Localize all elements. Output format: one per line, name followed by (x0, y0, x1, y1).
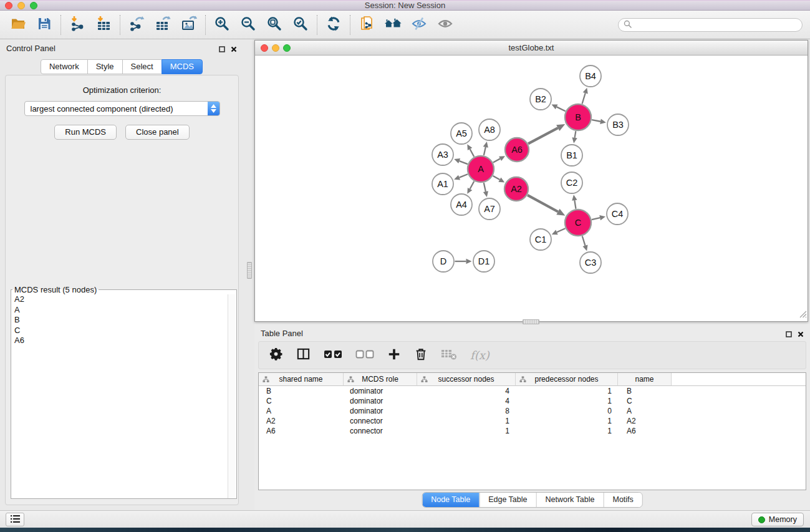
graph-node-B[interactable]: B (565, 104, 591, 130)
first-neighbors-button[interactable] (380, 14, 406, 36)
task-history-button[interactable] (6, 513, 24, 526)
svg-text:A7: A7 (484, 204, 495, 214)
graph-node-B4[interactable]: B4 (580, 65, 601, 87)
zoom-fit-button[interactable] (261, 14, 287, 36)
zoom-in-button[interactable] (209, 14, 235, 36)
export-image-button[interactable] (176, 14, 202, 36)
table-row[interactable]: Cdominator41C (259, 396, 806, 406)
graph-node-B3[interactable]: B3 (607, 114, 629, 135)
graph-node-C4[interactable]: C4 (607, 203, 628, 225)
function-builder-button[interactable]: f(x) (470, 349, 489, 362)
network-canvas[interactable]: B4B2BB3A5A8A6B1A3AA1C2A2A4A7C4CC1C3DD1 (255, 56, 808, 322)
zoom-out-button[interactable] (235, 14, 261, 36)
table-row[interactable]: Adominator80A (259, 406, 806, 416)
graph-node-A7[interactable]: A7 (479, 198, 500, 220)
export-network-button[interactable] (123, 14, 150, 36)
svg-text:B2: B2 (535, 94, 546, 104)
zoom-selected-button[interactable] (287, 14, 314, 36)
graph-node-A5[interactable]: A5 (451, 123, 472, 144)
show-all-button[interactable] (432, 14, 458, 36)
table-settings-button[interactable] (269, 347, 283, 364)
network-document-icon (359, 16, 375, 34)
graph-node-A6[interactable]: A6 (505, 138, 529, 162)
list-item[interactable]: A (11, 305, 236, 316)
show-columns-button[interactable] (296, 347, 311, 364)
graph-node-A[interactable]: A (468, 156, 494, 182)
graph-node-A3[interactable]: A3 (432, 144, 453, 165)
select-all-button[interactable] (324, 348, 342, 363)
list-item[interactable]: A6 (11, 336, 236, 346)
graph-node-A1[interactable]: A1 (432, 173, 453, 195)
tab-style[interactable]: Style (87, 59, 123, 74)
minimize-window-button[interactable] (17, 2, 25, 9)
result-list-scrollbar[interactable] (228, 294, 236, 498)
window-titlebar: Session: New Session (0, 0, 810, 11)
close-window-button[interactable] (5, 2, 12, 9)
table-row[interactable]: A6connector11A6 (259, 426, 806, 436)
close-network-window-button[interactable] (261, 44, 268, 52)
hide-selected-button[interactable] (406, 14, 432, 36)
save-session-button[interactable] (31, 14, 57, 36)
tab-network[interactable]: Network (41, 59, 88, 74)
tab-motifs[interactable]: Motifs (603, 493, 642, 507)
graph-node-D[interactable]: D (433, 251, 454, 272)
float-panel-icon[interactable] (219, 44, 225, 55)
tab-node-table[interactable]: Node Table (422, 493, 479, 507)
list-item[interactable]: B (11, 315, 236, 326)
mcds-result-list[interactable]: A2 A B C A6 (11, 294, 236, 498)
close-panel-icon[interactable] (231, 44, 237, 55)
list-item[interactable]: C (11, 326, 236, 336)
close-panel-button[interactable]: Close panel (125, 125, 190, 140)
graph-node-A4[interactable]: A4 (451, 194, 472, 215)
delete-button[interactable] (414, 347, 428, 364)
search-input[interactable] (632, 21, 797, 29)
split-divider-grip[interactable] (247, 262, 252, 279)
split-divider-grip-horizontal[interactable] (523, 319, 539, 324)
gear-icon (269, 352, 283, 363)
float-panel-icon[interactable] (786, 329, 792, 340)
graph-node-B2[interactable]: B2 (530, 89, 551, 110)
zoom-network-window-button[interactable] (283, 44, 291, 52)
open-session-button[interactable] (5, 14, 31, 36)
graph-node-B1[interactable]: B1 (561, 145, 582, 166)
window-resize-grip[interactable] (798, 309, 807, 321)
delete-table-button[interactable] (441, 348, 457, 363)
graph-node-C1[interactable]: C1 (530, 229, 551, 250)
application-window: Session: New Session (0, 0, 810, 532)
tab-network-table[interactable]: Network Table (536, 493, 604, 507)
graph-node-D1[interactable]: D1 (473, 251, 494, 272)
column-header-shared-name[interactable]: shared name (259, 373, 344, 386)
column-header-name[interactable]: name (618, 373, 672, 386)
graph-node-C2[interactable]: C2 (561, 172, 582, 193)
graph-node-A8[interactable]: A8 (479, 119, 500, 140)
list-item[interactable]: A2 (11, 294, 236, 305)
column-header-mcds-role[interactable]: MCDS role (344, 373, 417, 386)
tab-mcds[interactable]: MCDS (162, 59, 203, 74)
minimize-network-window-button[interactable] (272, 44, 279, 52)
export-table-button[interactable] (150, 14, 176, 36)
table-row[interactable]: Bdominator41B (259, 386, 806, 396)
column-header-successor-nodes[interactable]: successor nodes (417, 373, 516, 386)
run-mcds-button[interactable]: Run MCDS (54, 125, 117, 140)
add-button[interactable] (387, 347, 401, 364)
graph-node-A2[interactable]: A2 (504, 177, 528, 201)
refresh-view-button[interactable] (321, 14, 347, 36)
column-header-predecessor-nodes[interactable]: predecessor nodes (516, 373, 618, 386)
graph-node-C3[interactable]: C3 (580, 252, 601, 273)
zoom-out-icon (240, 16, 256, 34)
close-panel-icon[interactable] (798, 329, 804, 340)
hierarchy-icon (519, 376, 526, 385)
import-table-button[interactable] (90, 14, 117, 36)
criterion-selected-value: largest connected component (directed) (25, 104, 208, 114)
graph-node-C[interactable]: C (565, 210, 591, 236)
new-network-from-selection-button[interactable] (354, 14, 380, 36)
zoom-window-button[interactable] (30, 2, 37, 9)
memory-button[interactable]: Memory (751, 513, 804, 526)
deselect-all-button[interactable] (355, 348, 374, 363)
tab-select[interactable]: Select (122, 59, 162, 74)
table-row[interactable]: A2connector11A2 (259, 416, 806, 426)
tab-edge-table[interactable]: Edge Table (479, 493, 536, 507)
import-network-button[interactable] (64, 14, 90, 36)
criterion-dropdown[interactable]: largest connected component (directed) (24, 101, 220, 116)
search-field[interactable] (618, 18, 803, 32)
